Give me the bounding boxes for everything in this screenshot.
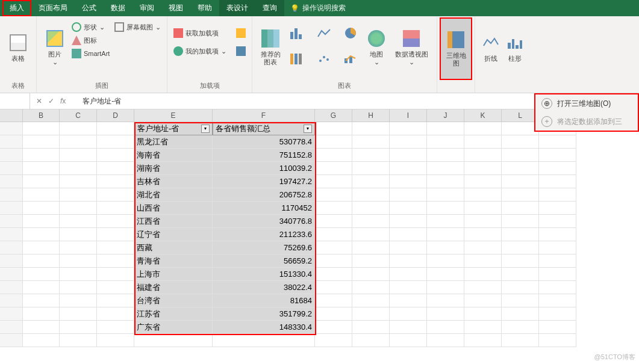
cell[interactable]: 351799.2 bbox=[213, 307, 315, 321]
col-header-D[interactable]: D bbox=[97, 110, 134, 122]
my-addins-button[interactable]: 我的加载项 ⌄ bbox=[171, 45, 229, 57]
cell[interactable] bbox=[315, 162, 352, 175]
cell[interactable] bbox=[315, 215, 352, 228]
col-header-F[interactable]: F bbox=[213, 110, 315, 122]
cell[interactable] bbox=[352, 149, 390, 162]
cell[interactable]: 黑龙江省 bbox=[134, 135, 213, 149]
cell[interactable] bbox=[539, 268, 576, 281]
cell[interactable] bbox=[390, 188, 427, 202]
cell[interactable] bbox=[352, 321, 390, 334]
open-3d-map-item[interactable]: ⊕ 打开三维地图(O) bbox=[535, 94, 638, 113]
sparkline-line-button[interactable]: 折线 bbox=[479, 19, 503, 76]
cell[interactable] bbox=[315, 281, 352, 294]
cell[interactable]: 湖南省 bbox=[134, 162, 213, 175]
cell[interactable] bbox=[60, 215, 97, 228]
cell[interactable] bbox=[464, 202, 502, 215]
cell[interactable] bbox=[464, 254, 502, 268]
cell[interactable] bbox=[427, 268, 464, 281]
cell[interactable] bbox=[502, 281, 539, 294]
cell[interactable] bbox=[464, 188, 502, 202]
cell[interactable] bbox=[390, 241, 427, 254]
cell[interactable]: 56659.2 bbox=[213, 254, 315, 268]
cell[interactable]: 75269.6 bbox=[213, 241, 315, 254]
cell[interactable] bbox=[97, 175, 134, 188]
cell[interactable] bbox=[427, 228, 464, 241]
cell[interactable] bbox=[23, 307, 60, 321]
cell[interactable] bbox=[390, 122, 427, 135]
cell[interactable] bbox=[502, 228, 539, 241]
cell[interactable] bbox=[539, 202, 576, 215]
cell[interactable]: 海南省 bbox=[134, 149, 213, 162]
cell[interactable] bbox=[390, 307, 427, 321]
cell[interactable] bbox=[97, 135, 134, 149]
cell[interactable]: 台湾省 bbox=[134, 294, 213, 307]
cell[interactable] bbox=[390, 175, 427, 188]
cell[interactable] bbox=[352, 162, 390, 175]
spreadsheet-grid[interactable]: BCDEFGHIJKLM 客户地址-省▾各省销售额汇总▾黑龙江省530778.4… bbox=[0, 110, 639, 347]
cell[interactable] bbox=[502, 254, 539, 268]
cell[interactable]: 广东省 bbox=[134, 321, 213, 334]
cell[interactable]: 211233.6 bbox=[213, 228, 315, 241]
3d-map-button[interactable]: 三维地 图 bbox=[440, 17, 472, 80]
cell[interactable]: 751152.8 bbox=[213, 149, 315, 162]
cell[interactable] bbox=[23, 215, 60, 228]
cell[interactable] bbox=[464, 122, 502, 135]
cell[interactable] bbox=[390, 149, 427, 162]
cell[interactable] bbox=[315, 175, 352, 188]
cell[interactable] bbox=[427, 241, 464, 254]
cell[interactable] bbox=[23, 228, 60, 241]
cell[interactable] bbox=[352, 281, 390, 294]
cell[interactable] bbox=[502, 241, 539, 254]
cell[interactable] bbox=[427, 254, 464, 268]
cell[interactable] bbox=[502, 321, 539, 334]
cell[interactable] bbox=[60, 135, 97, 149]
cell[interactable] bbox=[539, 281, 576, 294]
cell[interactable] bbox=[352, 268, 390, 281]
cell[interactable] bbox=[502, 294, 539, 307]
cell[interactable] bbox=[464, 334, 502, 347]
cell[interactable] bbox=[539, 334, 576, 347]
cell[interactable] bbox=[97, 241, 134, 254]
cell[interactable] bbox=[97, 122, 134, 135]
col-header-G[interactable]: G bbox=[315, 110, 352, 122]
cell[interactable] bbox=[23, 162, 60, 175]
cell[interactable] bbox=[97, 215, 134, 228]
cell[interactable] bbox=[502, 188, 539, 202]
cell[interactable] bbox=[464, 228, 502, 241]
cell[interactable] bbox=[502, 162, 539, 175]
cell[interactable] bbox=[427, 202, 464, 215]
col-header-C[interactable]: C bbox=[60, 110, 97, 122]
cell[interactable] bbox=[60, 122, 97, 135]
cell[interactable] bbox=[539, 175, 576, 188]
chart-pie-button[interactable] bbox=[338, 21, 363, 45]
cell[interactable] bbox=[464, 268, 502, 281]
cell[interactable] bbox=[390, 215, 427, 228]
cell[interactable] bbox=[427, 334, 464, 347]
col-header-J[interactable]: J bbox=[427, 110, 464, 122]
cell[interactable] bbox=[60, 254, 97, 268]
smartart-button[interactable]: SmartArt bbox=[69, 48, 112, 60]
cell[interactable] bbox=[427, 149, 464, 162]
cell[interactable] bbox=[352, 188, 390, 202]
cell[interactable] bbox=[390, 228, 427, 241]
cell[interactable] bbox=[390, 281, 427, 294]
tab-query[interactable]: 查询 bbox=[255, 0, 284, 16]
cell[interactable] bbox=[427, 294, 464, 307]
cell[interactable] bbox=[315, 307, 352, 321]
cell[interactable] bbox=[427, 281, 464, 294]
cell[interactable] bbox=[352, 175, 390, 188]
cell[interactable]: 江西省 bbox=[134, 215, 213, 228]
cell[interactable]: 206752.8 bbox=[213, 188, 315, 202]
cell[interactable] bbox=[60, 268, 97, 281]
cell[interactable]: 38022.4 bbox=[213, 281, 315, 294]
cell[interactable] bbox=[502, 268, 539, 281]
cell[interactable] bbox=[390, 254, 427, 268]
cell[interactable]: 山西省 bbox=[134, 202, 213, 215]
cell[interactable] bbox=[23, 294, 60, 307]
cell[interactable] bbox=[352, 135, 390, 149]
cell[interactable]: 上海市 bbox=[134, 268, 213, 281]
cell[interactable] bbox=[97, 228, 134, 241]
cell[interactable] bbox=[213, 334, 315, 347]
cell[interactable]: 西藏 bbox=[134, 241, 213, 254]
cell[interactable] bbox=[97, 281, 134, 294]
